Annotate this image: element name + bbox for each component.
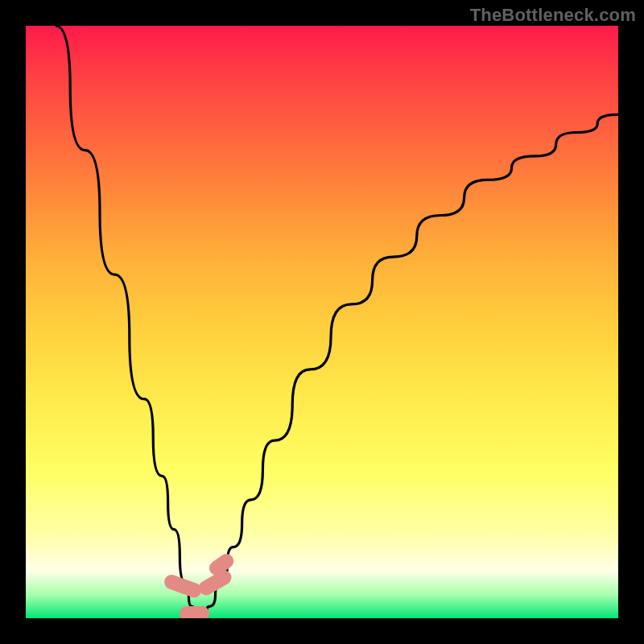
marker-bottom-lobe [180,606,209,618]
chart-frame: TheBottleneck.com [0,0,644,644]
plot-area [26,26,618,618]
watermark-text: TheBottleneck.com [470,5,636,26]
curve-path [56,26,618,618]
bottleneck-curve [26,26,618,618]
